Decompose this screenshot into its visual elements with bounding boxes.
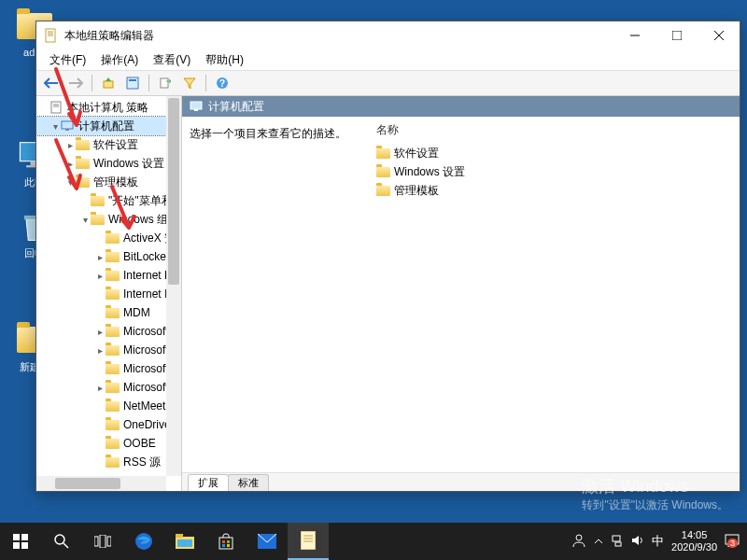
svg-rect-28 bbox=[21, 542, 28, 549]
svg-rect-36 bbox=[176, 534, 183, 538]
activation-watermark: 激活 Windows 转到"设置"以激活 Windows。 bbox=[582, 475, 728, 513]
tree-node[interactable]: ▾Windows 组件 bbox=[36, 210, 181, 229]
tree-node[interactable]: ▸Microsoft bbox=[36, 378, 181, 397]
tree-node[interactable]: OneDrive bbox=[36, 415, 181, 434]
tray-clock[interactable]: 14:05 2020/9/30 bbox=[671, 529, 717, 553]
column-header-name: 名称 bbox=[376, 122, 732, 138]
svg-rect-40 bbox=[227, 540, 230, 543]
menubar: 文件(F)操作(A)查看(V)帮助(H) bbox=[36, 49, 740, 70]
minimize-button[interactable] bbox=[613, 21, 655, 49]
tray-network-icon[interactable] bbox=[611, 534, 624, 549]
tree-vscroll[interactable] bbox=[166, 96, 181, 476]
tree-node[interactable]: ▾管理模板 bbox=[36, 173, 181, 191]
toolbar: ? bbox=[36, 70, 740, 96]
list-item[interactable]: 管理模板 bbox=[376, 181, 732, 200]
tree-node[interactable]: Internet I bbox=[36, 285, 181, 303]
tab-extended[interactable]: 扩展 bbox=[188, 474, 229, 491]
nav-back-button[interactable] bbox=[40, 73, 63, 93]
tray-notifications-icon[interactable]: 3 bbox=[725, 533, 740, 550]
tree-node[interactable]: OOBE bbox=[36, 434, 181, 453]
list-item[interactable]: Windows 设置 bbox=[376, 162, 732, 181]
svg-rect-41 bbox=[222, 544, 225, 547]
tree-node[interactable]: ▸Microsoft bbox=[36, 341, 181, 359]
tree-node[interactable]: MDM bbox=[36, 303, 181, 322]
tree-hscroll[interactable] bbox=[36, 476, 166, 491]
svg-point-29 bbox=[55, 535, 64, 544]
toolbar-sep bbox=[148, 75, 149, 91]
svg-rect-14 bbox=[129, 79, 136, 81]
svg-rect-31 bbox=[94, 537, 98, 546]
tree-node[interactable]: "开始"菜单和任 bbox=[36, 191, 181, 210]
help-button[interactable]: ? bbox=[211, 73, 233, 93]
description-column: 选择一个项目来查看它的描述。 bbox=[182, 117, 369, 472]
taskbar-store-icon[interactable] bbox=[205, 523, 247, 560]
taskbar-edge-icon[interactable] bbox=[123, 523, 164, 560]
desktop: admi此电回收新建文 本地组策略编辑器 文件(F)操作(A)查看(V)帮助(H… bbox=[0, 0, 747, 560]
search-button[interactable] bbox=[41, 523, 82, 560]
watermark-title: 激活 Windows bbox=[582, 475, 728, 497]
svg-rect-44 bbox=[301, 531, 316, 550]
close-button[interactable] bbox=[698, 21, 740, 49]
tree-node[interactable]: ▸Windows 设置 bbox=[36, 154, 181, 173]
gpedit-window: 本地组策略编辑器 文件(F)操作(A)查看(V)帮助(H) ? 本地计算机 策略… bbox=[35, 21, 740, 492]
tree-node[interactable]: RSS 源 bbox=[36, 453, 181, 471]
tree-node[interactable]: ▾计算机配置 bbox=[36, 117, 181, 135]
menu-item-1[interactable]: 操作(A) bbox=[93, 50, 146, 70]
svg-point-48 bbox=[576, 535, 582, 540]
maximize-button[interactable] bbox=[655, 21, 698, 49]
tree-node[interactable]: 本地计算机 策略 bbox=[36, 98, 181, 117]
tray-volume-icon[interactable] bbox=[631, 534, 644, 549]
tray-chevron-up-icon[interactable] bbox=[594, 536, 603, 547]
nav-forward-button[interactable] bbox=[64, 73, 87, 93]
tray-people-icon[interactable] bbox=[571, 533, 586, 550]
policy-tree[interactable]: 本地计算机 策略▾计算机配置▸软件设置▸Windows 设置▾管理模板"开始"菜… bbox=[36, 96, 181, 491]
detail-title: 计算机配置 bbox=[208, 99, 264, 115]
tree-node[interactable]: ▸软件设置 bbox=[36, 135, 181, 154]
taskbar-explorer-icon[interactable] bbox=[164, 523, 205, 560]
list-item[interactable]: 软件设置 bbox=[376, 144, 732, 162]
menu-item-2[interactable]: 查看(V) bbox=[146, 50, 198, 70]
svg-rect-9 bbox=[672, 31, 682, 40]
svg-rect-26 bbox=[21, 534, 28, 540]
taskbar: 中 14:05 2020/9/30 3 bbox=[0, 523, 747, 560]
titlebar: 本地组策略编辑器 bbox=[36, 21, 740, 49]
tray-ime-indicator[interactable]: 中 bbox=[652, 533, 664, 550]
system-tray: 中 14:05 2020/9/30 3 bbox=[564, 529, 747, 553]
svg-rect-38 bbox=[219, 538, 233, 549]
tray-date: 2020/9/30 bbox=[671, 541, 717, 553]
detail-pane: 计算机配置 选择一个项目来查看它的描述。 名称 软件设置Windows 设置管理… bbox=[182, 96, 740, 491]
svg-rect-18 bbox=[51, 102, 61, 113]
tree-node[interactable]: ▸BitLocker bbox=[36, 247, 181, 266]
svg-rect-13 bbox=[127, 77, 138, 89]
filter-button[interactable] bbox=[178, 73, 201, 93]
toolbar-sep bbox=[205, 75, 206, 91]
tree-node[interactable]: ActiveX 安 bbox=[36, 229, 181, 247]
tree-node[interactable]: Microsoft bbox=[36, 359, 181, 378]
svg-rect-50 bbox=[615, 542, 621, 546]
tree-node[interactable]: NetMeetin bbox=[36, 397, 181, 415]
svg-rect-27 bbox=[13, 542, 20, 549]
svg-rect-42 bbox=[227, 544, 230, 547]
svg-rect-49 bbox=[613, 536, 620, 541]
taskbar-mail-icon[interactable] bbox=[247, 523, 288, 560]
taskview-button[interactable] bbox=[82, 523, 123, 560]
tab-standard[interactable]: 标准 bbox=[228, 474, 269, 491]
svg-rect-21 bbox=[62, 121, 73, 129]
tray-time: 14:05 bbox=[671, 529, 717, 541]
tree-node[interactable]: ▸Internet E bbox=[36, 266, 181, 285]
svg-line-30 bbox=[63, 543, 68, 548]
svg-rect-22 bbox=[65, 129, 69, 131]
start-button[interactable] bbox=[0, 523, 41, 560]
tree-node[interactable]: ▸Microsoft bbox=[36, 322, 181, 341]
menu-item-3[interactable]: 帮助(H) bbox=[198, 50, 251, 70]
computer-icon bbox=[190, 100, 203, 113]
properties-button[interactable] bbox=[121, 73, 144, 93]
up-button[interactable] bbox=[97, 73, 120, 93]
taskbar-notepad-icon[interactable] bbox=[288, 523, 329, 560]
menu-item-0[interactable]: 文件(F) bbox=[42, 50, 93, 70]
export-button[interactable] bbox=[154, 73, 176, 93]
description-text: 选择一个项目来查看它的描述。 bbox=[190, 126, 361, 142]
app-icon bbox=[44, 28, 59, 43]
window-title: 本地组策略编辑器 bbox=[64, 28, 613, 44]
svg-rect-37 bbox=[177, 539, 192, 547]
